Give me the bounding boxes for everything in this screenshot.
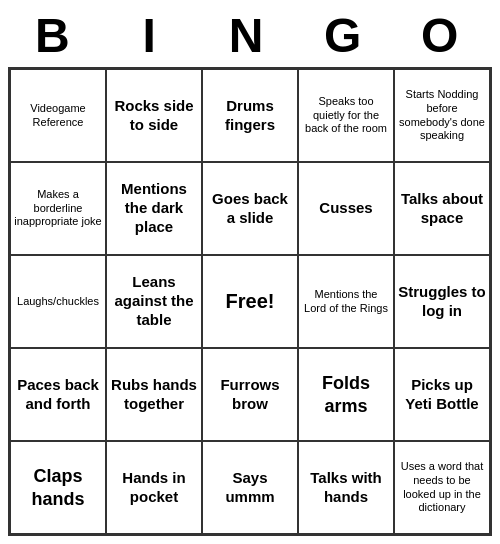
cell-text-2: Drums fingers	[206, 97, 294, 135]
bingo-cell-21[interactable]: Hands in pocket	[106, 441, 202, 534]
title-o: O	[400, 8, 488, 63]
title-i: I	[109, 8, 197, 63]
cell-text-20: Claps hands	[14, 465, 102, 510]
cell-text-10: Laughs/chuckles	[17, 295, 99, 309]
cell-text-0: Videogame Reference	[14, 102, 102, 130]
bingo-cell-7[interactable]: Goes back a slide	[202, 162, 298, 255]
cell-text-7: Goes back a slide	[206, 190, 294, 228]
cell-text-8: Cusses	[319, 199, 372, 218]
bingo-cell-22[interactable]: Says ummm	[202, 441, 298, 534]
bingo-cell-1[interactable]: Rocks side to side	[106, 69, 202, 162]
bingo-cell-15[interactable]: Paces back and forth	[10, 348, 106, 441]
cell-text-17: Furrows brow	[206, 376, 294, 414]
bingo-cell-18[interactable]: Folds arms	[298, 348, 394, 441]
bingo-cell-4[interactable]: Starts Nodding before somebody's done sp…	[394, 69, 490, 162]
bingo-cell-5[interactable]: Makes a borderline inappropriate joke	[10, 162, 106, 255]
cell-text-12: Free!	[226, 289, 275, 314]
bingo-cell-8[interactable]: Cusses	[298, 162, 394, 255]
cell-text-11: Leans against the table	[110, 273, 198, 329]
bingo-cell-11[interactable]: Leans against the table	[106, 255, 202, 348]
bingo-cell-2[interactable]: Drums fingers	[202, 69, 298, 162]
cell-text-22: Says ummm	[206, 469, 294, 507]
cell-text-15: Paces back and forth	[14, 376, 102, 414]
cell-text-18: Folds arms	[302, 372, 390, 417]
cell-text-19: Picks up Yeti Bottle	[398, 376, 486, 414]
bingo-cell-20[interactable]: Claps hands	[10, 441, 106, 534]
cell-text-23: Talks with hands	[302, 469, 390, 507]
cell-text-9: Talks about space	[398, 190, 486, 228]
bingo-cell-0[interactable]: Videogame Reference	[10, 69, 106, 162]
bingo-cell-3[interactable]: Speaks too quietly for the back of the r…	[298, 69, 394, 162]
cell-text-24: Uses a word that needs to be looked up i…	[398, 460, 486, 515]
bingo-cell-23[interactable]: Talks with hands	[298, 441, 394, 534]
bingo-grid: Videogame ReferenceRocks side to sideDru…	[8, 67, 492, 536]
cell-text-13: Mentions the Lord of the Rings	[302, 288, 390, 316]
cell-text-21: Hands in pocket	[110, 469, 198, 507]
cell-text-4: Starts Nodding before somebody's done sp…	[398, 88, 486, 143]
cell-text-1: Rocks side to side	[110, 97, 198, 135]
cell-text-6: Mentions the dark place	[110, 180, 198, 236]
bingo-cell-17[interactable]: Furrows brow	[202, 348, 298, 441]
title-g: G	[303, 8, 391, 63]
title-n: N	[206, 8, 294, 63]
bingo-cell-14[interactable]: Struggles to log in	[394, 255, 490, 348]
bingo-cell-12[interactable]: Free!	[202, 255, 298, 348]
bingo-title: B I N G O	[8, 8, 492, 63]
cell-text-3: Speaks too quietly for the back of the r…	[302, 95, 390, 136]
bingo-cell-19[interactable]: Picks up Yeti Bottle	[394, 348, 490, 441]
title-b: B	[12, 8, 100, 63]
bingo-cell-9[interactable]: Talks about space	[394, 162, 490, 255]
bingo-cell-13[interactable]: Mentions the Lord of the Rings	[298, 255, 394, 348]
bingo-cell-10[interactable]: Laughs/chuckles	[10, 255, 106, 348]
bingo-cell-6[interactable]: Mentions the dark place	[106, 162, 202, 255]
bingo-cell-16[interactable]: Rubs hands together	[106, 348, 202, 441]
bingo-cell-24[interactable]: Uses a word that needs to be looked up i…	[394, 441, 490, 534]
cell-text-14: Struggles to log in	[398, 283, 486, 321]
cell-text-5: Makes a borderline inappropriate joke	[14, 188, 102, 229]
cell-text-16: Rubs hands together	[110, 376, 198, 414]
